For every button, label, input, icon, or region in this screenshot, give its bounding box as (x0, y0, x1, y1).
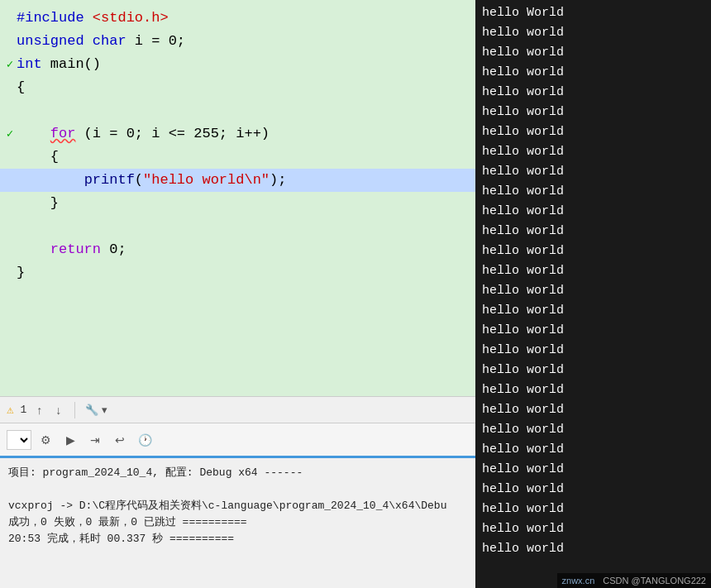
terminal-line-2: hello world (482, 43, 704, 63)
terminal-line-10: hello world (482, 202, 704, 222)
toolbar-select[interactable] (7, 430, 31, 450)
terminal-line-11: hello world (482, 222, 704, 241)
line-indicator-3: ✓ (3, 53, 17, 76)
toolbar-btn-4[interactable]: ↩ (109, 430, 131, 450)
code-line-5 (0, 99, 475, 122)
terminal-line-19: hello world (482, 380, 704, 400)
build-menu-button[interactable]: 🔧 ▾ (85, 404, 107, 416)
console-line-4: 成功，0 失败，0 最新，0 已跳过 ========== (8, 514, 467, 531)
watermark-text: CSDN @TANGLONG222 (603, 576, 706, 586)
terminal-line-3: hello world (482, 63, 704, 83)
keyword-unsigned: unsigned (17, 33, 84, 49)
toolbar-btn-2[interactable]: ▶ (60, 430, 81, 450)
terminal-line-26: hello world (482, 519, 704, 539)
terminal-line-14: hello world (482, 281, 704, 301)
warning-icon: ⚠ (7, 403, 13, 417)
keyword-int: int (17, 56, 42, 72)
header-stdio: <stdio.h> (93, 10, 169, 26)
terminal-line-22: hello world (482, 440, 704, 460)
terminal-line-18: hello world (482, 361, 704, 380)
next-warning-button[interactable]: ↓ (52, 402, 64, 418)
terminal-line-20: hello world (482, 400, 704, 420)
code-line-4: { (0, 76, 475, 99)
code-line-3: ✓ int main() (0, 53, 475, 76)
terminal-line-23: hello world (482, 460, 704, 480)
line-code-8: printf("hello world\n"); (17, 169, 472, 192)
code-panel: #include <stdio.h> unsigned char i = 0; … (0, 0, 475, 588)
terminal-line-4: hello world (482, 83, 704, 103)
terminal-panel: hello Worldhello worldhello worldhello w… (475, 0, 711, 588)
line-code-7: { (17, 146, 472, 169)
terminal-content: hello Worldhello worldhello worldhello w… (475, 0, 711, 571)
line-code-11: return 0; (17, 238, 472, 261)
code-line-7: { (0, 146, 475, 169)
keyword-return: return (50, 241, 101, 257)
main-area: #include <stdio.h> unsigned char i = 0; … (0, 0, 711, 588)
line-code-4: { (17, 76, 472, 99)
code-lines: #include <stdio.h> unsigned char i = 0; … (0, 7, 475, 284)
console-line-2 (8, 481, 467, 498)
code-content: #include <stdio.h> unsigned char i = 0; … (0, 0, 475, 396)
code-line-12: } (0, 261, 475, 284)
line-code-9: } (17, 192, 472, 215)
terminal-line-25: hello world (482, 500, 704, 519)
terminal-line-8: hello world (482, 162, 704, 182)
code-line-8: printf("hello world\n"); (0, 169, 475, 192)
terminal-line-12: hello world (482, 241, 704, 261)
line-indicator-6: ✓ (3, 122, 17, 146)
status-bar: ⚠ 1 ↑ ↓ 🔧 ▾ (0, 396, 475, 423)
terminal-line-5: hello world (482, 103, 704, 122)
terminal-line-24: hello world (482, 480, 704, 500)
toolbar-btn-3[interactable]: ⇥ (84, 430, 106, 450)
toolbar-btn-5[interactable]: 🕐 (134, 430, 155, 450)
terminal-line-9: hello world (482, 182, 704, 202)
terminal-line-17: hello world (482, 341, 704, 361)
watermark: znwx.cn CSDN @TANGLONG222 (557, 573, 711, 588)
line-code-3: int main() (17, 53, 472, 76)
watermark-site: znwx.cn (562, 576, 595, 586)
line-code-12: } (17, 261, 472, 284)
keyword-include: #include (17, 10, 84, 26)
string-literal: "hello world\n" (143, 172, 270, 188)
keyword-char: char (93, 33, 126, 49)
keyword-printf: printf (84, 172, 135, 188)
code-line-6: ✓ for (i = 0; i <= 255; i++) (0, 122, 475, 146)
code-line-1: #include <stdio.h> (0, 7, 475, 30)
code-line-11: return 0; (0, 238, 475, 261)
terminal-line-15: hello world (482, 301, 704, 321)
terminal-line-7: hello world (482, 142, 704, 162)
terminal-line-16: hello world (482, 321, 704, 341)
code-line-2: unsigned char i = 0; (0, 30, 475, 53)
toolbar-btn-1[interactable]: ⚙ (35, 430, 56, 450)
console-line-3: vcxproj -> D:\C程序代码及相关资料\c-language\prog… (8, 498, 467, 514)
terminal-line-13: hello world (482, 261, 704, 281)
terminal-line-21: hello world (482, 420, 704, 440)
console-line-1: 项目: program_2024_10_4, 配置: Debug x64 ---… (8, 465, 467, 481)
terminal-line-0: hello World (482, 3, 704, 23)
toolbar-area: ⚙ ▶ ⇥ ↩ 🕐 (0, 423, 475, 456)
code-line-9: } (0, 192, 475, 215)
line-code-2: unsigned char i = 0; (17, 30, 472, 53)
console-area: 项目: program_2024_10_4, 配置: Debug x64 ---… (0, 456, 475, 588)
terminal-line-1: hello world (482, 23, 704, 43)
console-line-5: 20:53 完成，耗时 00.337 秒 ========== (8, 531, 467, 547)
line-code-6: for (i = 0; i <= 255; i++) (17, 122, 472, 146)
console-content: 项目: program_2024_10_4, 配置: Debug x64 ---… (0, 458, 475, 588)
code-line-10 (0, 215, 475, 238)
terminal-line-6: hello world (482, 122, 704, 142)
warning-count: 1 (20, 404, 26, 416)
terminal-line-27: hello world (482, 539, 704, 559)
keyword-for: for (50, 126, 76, 141)
prev-warning-button[interactable]: ↑ (33, 402, 45, 418)
line-code-1: #include <stdio.h> (17, 7, 472, 30)
divider (74, 402, 75, 418)
